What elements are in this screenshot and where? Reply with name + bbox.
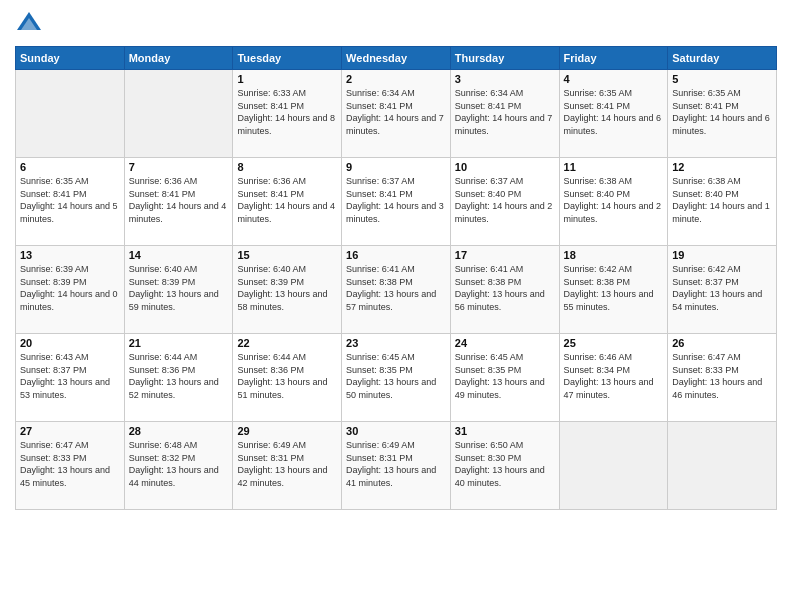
calendar-cell: 16Sunrise: 6:41 AM Sunset: 8:38 PM Dayli… [342, 246, 451, 334]
day-number: 9 [346, 161, 446, 173]
calendar-cell: 2Sunrise: 6:34 AM Sunset: 8:41 PM Daylig… [342, 70, 451, 158]
day-number: 15 [237, 249, 337, 261]
calendar-cell: 26Sunrise: 6:47 AM Sunset: 8:33 PM Dayli… [668, 334, 777, 422]
day-number: 1 [237, 73, 337, 85]
day-number: 10 [455, 161, 555, 173]
day-number: 16 [346, 249, 446, 261]
weekday-header-tuesday: Tuesday [233, 47, 342, 70]
calendar-week-2: 6Sunrise: 6:35 AM Sunset: 8:41 PM Daylig… [16, 158, 777, 246]
calendar-week-4: 20Sunrise: 6:43 AM Sunset: 8:37 PM Dayli… [16, 334, 777, 422]
calendar-cell: 11Sunrise: 6:38 AM Sunset: 8:40 PM Dayli… [559, 158, 668, 246]
day-info: Sunrise: 6:49 AM Sunset: 8:31 PM Dayligh… [237, 439, 337, 489]
calendar-cell [124, 70, 233, 158]
day-info: Sunrise: 6:45 AM Sunset: 8:35 PM Dayligh… [346, 351, 446, 401]
day-info: Sunrise: 6:40 AM Sunset: 8:39 PM Dayligh… [237, 263, 337, 313]
calendar-cell: 19Sunrise: 6:42 AM Sunset: 8:37 PM Dayli… [668, 246, 777, 334]
calendar-cell: 4Sunrise: 6:35 AM Sunset: 8:41 PM Daylig… [559, 70, 668, 158]
day-info: Sunrise: 6:36 AM Sunset: 8:41 PM Dayligh… [129, 175, 229, 225]
day-number: 11 [564, 161, 664, 173]
calendar-cell: 6Sunrise: 6:35 AM Sunset: 8:41 PM Daylig… [16, 158, 125, 246]
calendar-cell: 20Sunrise: 6:43 AM Sunset: 8:37 PM Dayli… [16, 334, 125, 422]
calendar-cell [559, 422, 668, 510]
day-info: Sunrise: 6:45 AM Sunset: 8:35 PM Dayligh… [455, 351, 555, 401]
day-info: Sunrise: 6:41 AM Sunset: 8:38 PM Dayligh… [346, 263, 446, 313]
day-number: 8 [237, 161, 337, 173]
calendar-cell: 7Sunrise: 6:36 AM Sunset: 8:41 PM Daylig… [124, 158, 233, 246]
day-info: Sunrise: 6:35 AM Sunset: 8:41 PM Dayligh… [564, 87, 664, 137]
day-number: 6 [20, 161, 120, 173]
calendar-header: SundayMondayTuesdayWednesdayThursdayFrid… [16, 47, 777, 70]
day-info: Sunrise: 6:46 AM Sunset: 8:34 PM Dayligh… [564, 351, 664, 401]
day-number: 18 [564, 249, 664, 261]
calendar-table: SundayMondayTuesdayWednesdayThursdayFrid… [15, 46, 777, 510]
calendar-cell: 18Sunrise: 6:42 AM Sunset: 8:38 PM Dayli… [559, 246, 668, 334]
calendar-week-1: 1Sunrise: 6:33 AM Sunset: 8:41 PM Daylig… [16, 70, 777, 158]
day-number: 13 [20, 249, 120, 261]
day-number: 7 [129, 161, 229, 173]
calendar-cell: 12Sunrise: 6:38 AM Sunset: 8:40 PM Dayli… [668, 158, 777, 246]
day-info: Sunrise: 6:34 AM Sunset: 8:41 PM Dayligh… [455, 87, 555, 137]
weekday-header-wednesday: Wednesday [342, 47, 451, 70]
day-info: Sunrise: 6:50 AM Sunset: 8:30 PM Dayligh… [455, 439, 555, 489]
weekday-header-sunday: Sunday [16, 47, 125, 70]
day-info: Sunrise: 6:48 AM Sunset: 8:32 PM Dayligh… [129, 439, 229, 489]
calendar-body: 1Sunrise: 6:33 AM Sunset: 8:41 PM Daylig… [16, 70, 777, 510]
day-info: Sunrise: 6:47 AM Sunset: 8:33 PM Dayligh… [20, 439, 120, 489]
day-info: Sunrise: 6:41 AM Sunset: 8:38 PM Dayligh… [455, 263, 555, 313]
day-number: 19 [672, 249, 772, 261]
day-number: 14 [129, 249, 229, 261]
calendar-cell: 1Sunrise: 6:33 AM Sunset: 8:41 PM Daylig… [233, 70, 342, 158]
day-info: Sunrise: 6:34 AM Sunset: 8:41 PM Dayligh… [346, 87, 446, 137]
calendar-cell: 27Sunrise: 6:47 AM Sunset: 8:33 PM Dayli… [16, 422, 125, 510]
calendar-cell: 15Sunrise: 6:40 AM Sunset: 8:39 PM Dayli… [233, 246, 342, 334]
day-number: 23 [346, 337, 446, 349]
day-number: 20 [20, 337, 120, 349]
calendar-cell: 5Sunrise: 6:35 AM Sunset: 8:41 PM Daylig… [668, 70, 777, 158]
calendar-cell: 14Sunrise: 6:40 AM Sunset: 8:39 PM Dayli… [124, 246, 233, 334]
day-number: 21 [129, 337, 229, 349]
logo-icon [15, 10, 43, 38]
day-info: Sunrise: 6:35 AM Sunset: 8:41 PM Dayligh… [20, 175, 120, 225]
weekday-header-friday: Friday [559, 47, 668, 70]
day-number: 27 [20, 425, 120, 437]
day-info: Sunrise: 6:35 AM Sunset: 8:41 PM Dayligh… [672, 87, 772, 137]
calendar-cell: 28Sunrise: 6:48 AM Sunset: 8:32 PM Dayli… [124, 422, 233, 510]
day-info: Sunrise: 6:38 AM Sunset: 8:40 PM Dayligh… [672, 175, 772, 225]
day-info: Sunrise: 6:42 AM Sunset: 8:38 PM Dayligh… [564, 263, 664, 313]
weekday-row: SundayMondayTuesdayWednesdayThursdayFrid… [16, 47, 777, 70]
weekday-header-saturday: Saturday [668, 47, 777, 70]
page: SundayMondayTuesdayWednesdayThursdayFrid… [0, 0, 792, 612]
day-number: 22 [237, 337, 337, 349]
day-number: 26 [672, 337, 772, 349]
calendar-cell: 17Sunrise: 6:41 AM Sunset: 8:38 PM Dayli… [450, 246, 559, 334]
day-info: Sunrise: 6:44 AM Sunset: 8:36 PM Dayligh… [129, 351, 229, 401]
calendar-cell: 30Sunrise: 6:49 AM Sunset: 8:31 PM Dayli… [342, 422, 451, 510]
calendar-cell [668, 422, 777, 510]
day-info: Sunrise: 6:42 AM Sunset: 8:37 PM Dayligh… [672, 263, 772, 313]
day-info: Sunrise: 6:36 AM Sunset: 8:41 PM Dayligh… [237, 175, 337, 225]
logo [15, 10, 47, 38]
calendar-cell: 25Sunrise: 6:46 AM Sunset: 8:34 PM Dayli… [559, 334, 668, 422]
day-number: 31 [455, 425, 555, 437]
day-number: 2 [346, 73, 446, 85]
day-number: 5 [672, 73, 772, 85]
calendar-cell: 31Sunrise: 6:50 AM Sunset: 8:30 PM Dayli… [450, 422, 559, 510]
day-info: Sunrise: 6:37 AM Sunset: 8:40 PM Dayligh… [455, 175, 555, 225]
weekday-header-monday: Monday [124, 47, 233, 70]
day-number: 24 [455, 337, 555, 349]
day-number: 29 [237, 425, 337, 437]
calendar-week-5: 27Sunrise: 6:47 AM Sunset: 8:33 PM Dayli… [16, 422, 777, 510]
day-info: Sunrise: 6:37 AM Sunset: 8:41 PM Dayligh… [346, 175, 446, 225]
day-number: 3 [455, 73, 555, 85]
day-number: 25 [564, 337, 664, 349]
calendar-cell: 21Sunrise: 6:44 AM Sunset: 8:36 PM Dayli… [124, 334, 233, 422]
day-info: Sunrise: 6:40 AM Sunset: 8:39 PM Dayligh… [129, 263, 229, 313]
day-number: 12 [672, 161, 772, 173]
day-info: Sunrise: 6:44 AM Sunset: 8:36 PM Dayligh… [237, 351, 337, 401]
day-info: Sunrise: 6:38 AM Sunset: 8:40 PM Dayligh… [564, 175, 664, 225]
day-number: 4 [564, 73, 664, 85]
calendar-cell: 29Sunrise: 6:49 AM Sunset: 8:31 PM Dayli… [233, 422, 342, 510]
calendar-cell: 10Sunrise: 6:37 AM Sunset: 8:40 PM Dayli… [450, 158, 559, 246]
day-info: Sunrise: 6:39 AM Sunset: 8:39 PM Dayligh… [20, 263, 120, 313]
calendar-cell: 3Sunrise: 6:34 AM Sunset: 8:41 PM Daylig… [450, 70, 559, 158]
